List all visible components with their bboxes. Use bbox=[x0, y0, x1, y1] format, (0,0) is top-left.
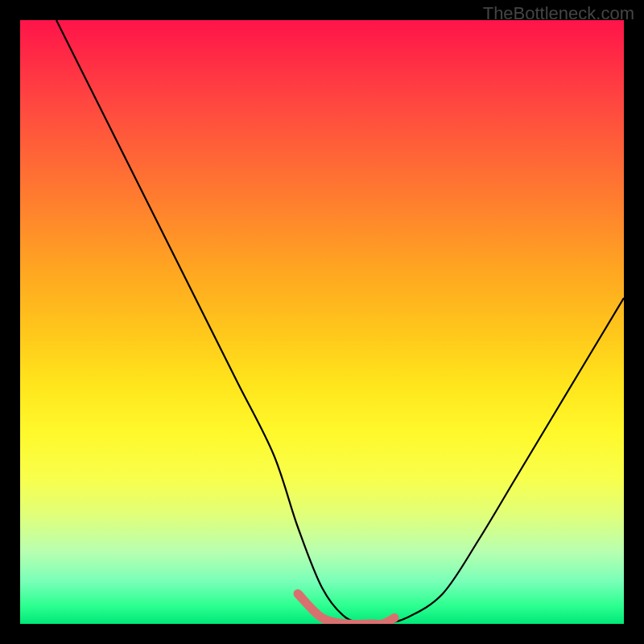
optimal-range-highlight bbox=[298, 594, 394, 625]
bottleneck-curve-line bbox=[56, 20, 624, 624]
chart-svg bbox=[20, 20, 624, 624]
chart-frame bbox=[20, 20, 624, 624]
watermark-text: TheBottleneck.com bbox=[483, 3, 634, 24]
